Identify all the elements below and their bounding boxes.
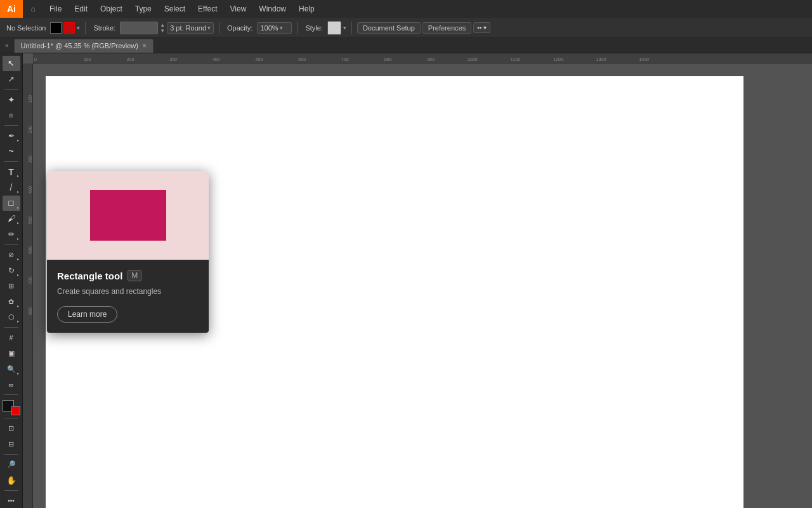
sep-2 [219, 22, 219, 34]
stroke-weight-dropdown[interactable]: 3 pt. Round ▾ [167, 22, 214, 34]
stroke-preview[interactable] [120, 22, 158, 34]
menu-view[interactable]: View [224, 0, 253, 18]
selection-tool[interactable]: ↖ [3, 56, 20, 71]
lasso-icon: ⌾ [9, 111, 13, 119]
rotate-icon: ↻ [8, 266, 15, 275]
direct-selection-tool[interactable]: ↗ [3, 72, 20, 87]
opacity-label: Opacity: [225, 23, 255, 33]
more-tools-icon: ••• [8, 497, 15, 504]
puppet-warp-tool[interactable]: ✿ ▸ [3, 294, 20, 309]
background-swatch[interactable] [11, 406, 20, 415]
direct-selection-icon: ↗ [8, 74, 15, 84]
rotate-tool[interactable]: ↻ ▸ [3, 263, 20, 278]
type-tool[interactable]: T ▸ [3, 164, 20, 180]
type-icon: T [8, 167, 14, 177]
gradient-tool[interactable]: ▣ [3, 346, 20, 361]
home-icon[interactable]: ⌂ [23, 0, 43, 18]
paintbrush-tool[interactable]: 🖌 ▸ [3, 211, 20, 227]
menu-file[interactable]: File [43, 0, 68, 18]
line-icon: / [10, 182, 13, 192]
paintbrush-icon: 🖌 [8, 214, 15, 223]
eraser-tool[interactable]: ⊘ ▸ [3, 248, 20, 263]
more-tools-button[interactable]: ••• [3, 493, 20, 508]
menu-edit[interactable]: Edit [68, 0, 94, 18]
ruler-left: 100 200 300 400 500 600 700 800 [23, 64, 33, 508]
left-toolbar: ↖ ↗ ✦ ⌾ ✒ ▸ ~ T ▸ / ▸ □ ▸ [0, 53, 23, 508]
pencil-sub-arrow: ▸ [17, 236, 19, 241]
free-transform-tool[interactable]: ⊞ [3, 279, 20, 294]
style-swatch[interactable] [327, 21, 341, 35]
line-tool[interactable]: / ▸ [3, 180, 20, 195]
preferences-button[interactable]: Preferences [422, 22, 471, 34]
menu-help[interactable]: Help [292, 0, 321, 18]
paintbrush-sub-arrow: ▸ [17, 220, 19, 225]
tool-sep-9 [4, 490, 18, 491]
eyedropper-icon: 🔍 [7, 365, 16, 373]
sep-3 [297, 22, 298, 34]
learn-more-button[interactable]: Learn more [57, 306, 117, 323]
tool-sep-6 [4, 394, 18, 395]
tabbar: « Untitled-1* @ 45.35 % (RGB/Preview) × [0, 38, 812, 53]
puppet-sub-arrow: ▸ [17, 304, 19, 308]
arrange-button[interactable]: ▪▪ ▾ [473, 22, 490, 33]
style-section: Style: ▾ [303, 21, 346, 35]
slice-tool[interactable]: ⊟ [3, 436, 20, 451]
zoom-tool[interactable]: 🔎 [3, 457, 20, 472]
doc-tab-close[interactable]: × [142, 42, 147, 50]
menu-object[interactable]: Object [94, 0, 129, 18]
tooltip-preview-image [47, 171, 209, 260]
curvature-icon: ~ [8, 146, 13, 156]
stroke-section: Stroke: ▲▼ 3 pt. Round ▾ [91, 22, 214, 34]
tooltip-title: Rectangle tool [57, 271, 122, 281]
lasso-tool[interactable]: ⌾ [3, 108, 20, 123]
stroke-swatch[interactable] [63, 22, 75, 34]
pencil-tool[interactable]: ✏ ▸ [3, 227, 20, 242]
tool-sep-5 [4, 327, 18, 328]
artboard-tool[interactable]: ⊡ [3, 421, 20, 436]
document-tab[interactable]: Untitled-1* @ 45.35 % (RGB/Preview) × [14, 39, 154, 53]
tooltip-shortcut-badge: M [128, 270, 141, 281]
curvature-tool[interactable]: ~ [3, 144, 20, 159]
eyedropper-sub-arrow: ▸ [17, 371, 19, 375]
ruler-top: 0 100 200 300 400 500 600 700 800 900 10… [33, 53, 812, 64]
stroke-up-arrow[interactable]: ▲▼ [160, 22, 165, 34]
magic-wand-tool[interactable]: ✦ [3, 92, 20, 107]
blend-icon: ∞ [9, 381, 14, 389]
tool-sep-1 [4, 89, 18, 90]
rotate-sub-arrow: ▸ [17, 272, 19, 277]
mesh-tool[interactable]: # [3, 330, 20, 345]
doc-buttons-section: Document Setup Preferences ▪▪ ▾ [357, 22, 490, 34]
zoom-icon: 🔎 [7, 460, 16, 469]
document-setup-button[interactable]: Document Setup [357, 22, 421, 34]
sep-4 [351, 22, 352, 34]
panel-toggle[interactable]: « [5, 42, 9, 49]
menu-window[interactable]: Window [252, 0, 292, 18]
pen-icon: ✒ [8, 131, 15, 140]
rectangle-tool[interactable]: □ ▸ [3, 196, 20, 211]
eraser-sub-arrow: ▸ [17, 257, 19, 261]
blend-tool[interactable]: ∞ [3, 377, 20, 392]
sep-1 [85, 22, 86, 34]
menu-select[interactable]: Select [158, 0, 192, 18]
pen-tool[interactable]: ✒ ▸ [3, 128, 20, 144]
stroke-weight-value: 3 pt. Round [170, 24, 206, 32]
menu-effect[interactable]: Effect [192, 0, 223, 18]
opacity-dropdown[interactable]: 100% ▾ [257, 22, 292, 34]
eyedropper-tool[interactable]: 🔍 ▸ [3, 361, 20, 377]
canvas-area[interactable]: 0 100 200 300 400 500 600 700 800 900 10… [23, 53, 812, 508]
line-sub-arrow: ▸ [17, 189, 19, 194]
opacity-section: Opacity: 100% ▾ [225, 22, 292, 34]
rectangle-tool-tooltip: Rectangle tool M Create squares and rect… [47, 171, 209, 333]
fill-swatch[interactable] [50, 22, 62, 34]
eraser-icon: ⊘ [8, 251, 14, 259]
hand-tool[interactable]: ✋ [3, 472, 20, 488]
style-label: Style: [303, 23, 325, 33]
selection-icon: ↖ [8, 58, 15, 68]
magic-wand-icon: ✦ [8, 95, 15, 105]
doc-tab-title: Untitled-1* @ 45.35 % (RGB/Preview) [21, 42, 138, 50]
live-paint-tool[interactable]: ⬡ ▸ [3, 310, 20, 325]
menu-type[interactable]: Type [129, 0, 158, 18]
stroke-label: Stroke: [91, 23, 118, 33]
tool-sep-2 [4, 125, 18, 126]
live-paint-icon: ⬡ [8, 313, 15, 321]
